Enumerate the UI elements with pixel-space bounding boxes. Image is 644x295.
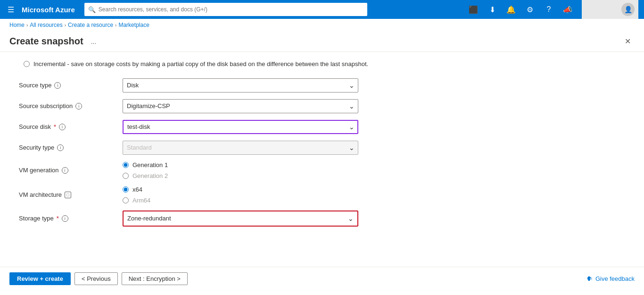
source-disk-label: Source disk * i — [19, 123, 123, 130]
page-title: Create snapshot — [9, 36, 83, 47]
avatar[interactable]: 👤 — [621, 3, 635, 16]
search-wrap: 🔍 — [84, 3, 367, 16]
breadcrumb-create-resource[interactable]: Create a resource — [68, 22, 113, 28]
settings-icon[interactable]: ⚙ — [521, 1, 538, 18]
storage-type-info-icon[interactable]: i — [62, 215, 68, 222]
source-type-label: Source type i — [19, 82, 123, 89]
vm-arch-arm64-radio[interactable] — [123, 197, 129, 203]
brand-name: Microsoft Azure — [22, 6, 75, 14]
next-button[interactable]: Next : Encryption > — [122, 272, 188, 285]
content-scroll: Incremental - save on storage costs by m… — [0, 52, 644, 267]
incremental-text: Incremental - save on storage costs by m… — [33, 59, 368, 69]
upload-icon[interactable]: ⬇ — [484, 1, 501, 18]
breadcrumb-all-resources[interactable]: All resources — [30, 22, 62, 28]
security-type-info-icon[interactable]: i — [57, 144, 64, 151]
navbar: ☰ Microsoft Azure 🔍 ⬛ ⬇ 🔔 ⚙ ? 📣 👤 — [0, 0, 644, 19]
source-subscription-control: Digitamize-CSP — [123, 99, 358, 113]
feedback-icon[interactable]: 📣 — [559, 1, 576, 18]
incremental-radio[interactable] — [24, 61, 30, 67]
source-subscription-info-icon[interactable]: i — [75, 103, 82, 110]
close-button[interactable]: ✕ — [621, 35, 635, 48]
hamburger-menu[interactable]: ☰ — [6, 3, 16, 16]
source-type-control: Disk Storage blob — [123, 78, 358, 93]
storage-type-label: Storage type * i — [19, 215, 123, 222]
breadcrumb-home[interactable]: Home — [9, 22, 25, 28]
vm-gen-1-label: Generation 1 — [132, 161, 168, 169]
cloud-shell-icon[interactable]: ⬛ — [465, 1, 482, 18]
vm-arch-arm64-option[interactable]: Arm64 — [123, 197, 358, 204]
more-options-button[interactable]: ... — [88, 37, 99, 46]
source-type-select[interactable]: Disk Storage blob — [123, 78, 358, 93]
source-subscription-row: Source subscription i Digitamize-CSP — [9, 99, 635, 113]
vm-architecture-radio-group: x64 Arm64 — [123, 186, 358, 204]
feedback-icon-small: 🗣 — [586, 275, 593, 282]
source-subscription-select[interactable]: Digitamize-CSP — [123, 99, 358, 113]
vm-architecture-label: VM architecture □ — [19, 191, 123, 198]
source-disk-row: Source disk * i test-disk — [9, 120, 635, 134]
vm-arch-x64-option[interactable]: x64 — [123, 186, 358, 193]
source-subscription-label: Source subscription i — [19, 102, 123, 110]
vm-gen-2-radio[interactable] — [123, 173, 129, 179]
vm-arch-x64-label: x64 — [132, 186, 142, 193]
vm-generation-row: VM generation i Generation 1 Generation … — [9, 161, 635, 179]
source-type-row: Source type i Disk Storage blob — [9, 78, 635, 93]
storage-type-select[interactable]: Zone-redundant Premium SSD LRS Standard … — [124, 211, 357, 226]
previous-button[interactable]: < Previous — [74, 272, 118, 285]
vm-architecture-row: VM architecture □ x64 Arm64 — [9, 186, 635, 204]
vm-architecture-control: x64 Arm64 — [123, 186, 358, 204]
review-create-button[interactable]: Review + create — [9, 272, 71, 285]
storage-type-control: Zone-redundant Premium SSD LRS Standard … — [123, 211, 358, 227]
vm-generation-info-icon[interactable]: i — [62, 167, 68, 174]
vm-architecture-info-icon[interactable]: □ — [65, 192, 71, 198]
security-type-row: Security type i Standard — [9, 141, 635, 155]
breadcrumb-marketplace[interactable]: Marketplace — [118, 22, 149, 28]
security-type-label: Security type i — [19, 144, 123, 151]
source-disk-info-icon[interactable]: i — [59, 124, 66, 130]
notifications-icon[interactable]: 🔔 — [503, 1, 520, 18]
search-icon: 🔍 — [88, 6, 96, 13]
source-disk-required: * — [54, 123, 56, 130]
security-type-select: Standard — [123, 141, 358, 155]
main-layout: Incremental - save on storage costs by m… — [0, 52, 644, 290]
storage-type-row: Storage type * i Zone-redundant Premium … — [9, 211, 635, 227]
incremental-option: Incremental - save on storage costs by m… — [9, 59, 635, 69]
give-feedback-button[interactable]: 🗣 Give feedback — [586, 275, 635, 282]
vm-arch-x64-radio[interactable] — [123, 186, 129, 193]
vm-gen-2-label: Generation 2 — [132, 172, 168, 179]
vm-generation-label: VM generation i — [19, 167, 123, 174]
vm-arch-arm64-label: Arm64 — [132, 197, 150, 204]
help-icon[interactable]: ? — [540, 1, 557, 18]
breadcrumb-sep-1: › — [26, 23, 28, 28]
search-input[interactable] — [84, 3, 367, 16]
storage-type-required: * — [57, 215, 59, 222]
vm-gen-1-radio[interactable] — [123, 162, 129, 168]
source-type-info-icon[interactable]: i — [54, 82, 61, 89]
source-disk-control: test-disk — [123, 120, 358, 134]
breadcrumb-sep-3: › — [115, 23, 116, 28]
breadcrumb-sep-2: › — [65, 23, 66, 28]
give-feedback-label: Give feedback — [595, 275, 635, 282]
vm-generation-control: Generation 1 Generation 2 — [123, 161, 358, 179]
vm-generation-radio-group: Generation 1 Generation 2 — [123, 161, 358, 179]
vm-gen-1-option[interactable]: Generation 1 — [123, 161, 358, 169]
bottom-bar: Review + create < Previous Next : Encryp… — [0, 267, 644, 290]
page-header: Create snapshot ... ✕ — [0, 31, 644, 52]
security-type-control: Standard — [123, 141, 358, 155]
breadcrumb: Home › All resources › Create a resource… — [0, 19, 644, 31]
source-disk-select[interactable]: test-disk — [123, 120, 358, 134]
navbar-icons: ⬛ ⬇ 🔔 ⚙ ? 📣 — [465, 1, 576, 18]
vm-gen-2-option[interactable]: Generation 2 — [123, 172, 358, 179]
user-area: 👤 — [582, 0, 638, 19]
